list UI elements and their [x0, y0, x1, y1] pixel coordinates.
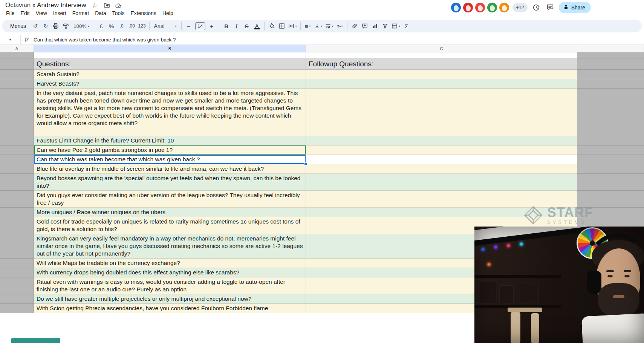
- italic-button[interactable]: I: [232, 21, 242, 31]
- cell-col-a[interactable]: [0, 52, 34, 58]
- undo-button[interactable]: ↺: [31, 21, 40, 31]
- collaborator-avatar[interactable]: [499, 3, 509, 12]
- share-button[interactable]: Share: [559, 2, 591, 13]
- cell-col-a[interactable]: [0, 277, 34, 294]
- cell-col-a[interactable]: [0, 217, 34, 234]
- menu-edit[interactable]: Edit: [18, 9, 33, 17]
- version-history-icon[interactable]: [531, 2, 542, 13]
- collaborator-avatar[interactable]: [463, 3, 473, 12]
- cell-col-b[interactable]: With currency drops being doubled does t…: [34, 268, 306, 277]
- cell-col-c[interactable]: [306, 145, 577, 155]
- redo-button[interactable]: ↻: [41, 21, 50, 31]
- insert-chart-button[interactable]: [370, 21, 380, 31]
- cell-col-b[interactable]: Will white Maps be tradable on the curre…: [34, 259, 306, 268]
- star-icon[interactable]: ☆: [91, 2, 98, 9]
- text-wrap-button[interactable]: ▾: [324, 21, 335, 31]
- decrease-font-size-button[interactable]: −: [184, 21, 194, 31]
- cell-col-b[interactable]: [34, 52, 306, 58]
- merge-cells-button[interactable]: ▾: [287, 21, 298, 31]
- format-percent-button[interactable]: %: [107, 21, 116, 31]
- cell-col-b[interactable]: With Scion getting Phrecia ascendancies,…: [34, 304, 306, 313]
- collaborator-overflow-badge[interactable]: +12: [512, 3, 527, 12]
- cell-col-c[interactable]: [306, 70, 577, 79]
- cell-col-a[interactable]: [0, 164, 34, 174]
- cell-col-a[interactable]: [0, 208, 34, 217]
- print-button[interactable]: [51, 21, 61, 31]
- zoom-control[interactable]: 100%▾: [71, 21, 92, 31]
- paint-format-button[interactable]: [61, 21, 71, 31]
- cell-col-c[interactable]: [306, 164, 577, 174]
- bold-button[interactable]: B: [222, 21, 231, 31]
- cell-col-a[interactable]: [0, 234, 34, 259]
- cell-col-b[interactable]: Do we still have greater multiple projec…: [34, 294, 306, 304]
- cell-col-b[interactable]: Ritual even with warnings is easy to mis…: [34, 277, 306, 294]
- cell-col-c[interactable]: [306, 155, 577, 164]
- menu-tools[interactable]: Tools: [109, 9, 128, 17]
- insert-link-button[interactable]: [350, 21, 359, 31]
- cell-col-a[interactable]: [0, 259, 34, 268]
- cell-col-a[interactable]: [0, 155, 34, 164]
- cell-col-b[interactable]: Kingsmarch can very easily feel mandator…: [34, 234, 306, 259]
- column-header-c[interactable]: C: [306, 45, 577, 52]
- cell-col-c[interactable]: [306, 52, 577, 58]
- move-folder-icon[interactable]: [103, 2, 110, 9]
- decrease-decimal-button[interactable]: .0: [117, 21, 127, 31]
- menu-help[interactable]: Help: [159, 9, 176, 17]
- more-formats-button[interactable]: 123: [137, 21, 147, 31]
- cell-col-a[interactable]: [0, 79, 34, 89]
- text-rotation-button[interactable]: A ▾: [335, 21, 345, 31]
- increase-font-size-button[interactable]: +: [207, 21, 217, 31]
- column-header-a[interactable]: A: [0, 45, 34, 52]
- cell-col-a[interactable]: [0, 145, 34, 155]
- cell-col-c[interactable]: [306, 89, 577, 136]
- collaborator-avatar[interactable]: [451, 3, 461, 12]
- cell-col-a[interactable]: [0, 304, 34, 313]
- insert-comment-button[interactable]: [360, 21, 370, 31]
- cell-col-a[interactable]: [0, 174, 34, 191]
- menu-extensions[interactable]: Extensions: [127, 9, 159, 17]
- cell-col-b[interactable]: Did you guys ever consider making an ube…: [34, 191, 306, 208]
- cell-col-c[interactable]: Followup Questions:: [306, 58, 577, 70]
- cell-col-c[interactable]: [306, 136, 577, 145]
- text-color-button[interactable]: A: [252, 21, 262, 31]
- selection-fill-handle[interactable]: [304, 162, 307, 165]
- cell-col-a[interactable]: [0, 294, 34, 304]
- cell-col-a[interactable]: [0, 70, 34, 79]
- cell-col-b[interactable]: In the very distant past, patch note num…: [34, 89, 306, 136]
- menu-data[interactable]: Data: [92, 9, 109, 17]
- increase-decimal-button[interactable]: .00: [127, 21, 137, 31]
- cell-col-b[interactable]: Questions:: [34, 58, 306, 70]
- cell-col-c[interactable]: [306, 191, 577, 208]
- cell-col-b[interactable]: Beyond bosses spawning are the 'special'…: [34, 174, 306, 191]
- functions-button[interactable]: Σ: [402, 21, 411, 31]
- create-filter-button[interactable]: [380, 21, 390, 31]
- cell-col-c[interactable]: [306, 208, 577, 217]
- cell-col-b[interactable]: More uniques / Race winner uniques on th…: [34, 208, 306, 217]
- menu-view[interactable]: View: [33, 9, 50, 17]
- cell-col-a[interactable]: [0, 191, 34, 208]
- document-title[interactable]: Octavian x Andrew Interview: [5, 2, 86, 9]
- formula-input[interactable]: Can that which was taken become that whi…: [34, 37, 176, 43]
- cell-col-b[interactable]: Harvest Beasts?: [34, 79, 306, 89]
- font-size-input[interactable]: 14: [195, 22, 205, 30]
- menus-button[interactable]: Menus: [6, 21, 30, 31]
- vertical-align-button[interactable]: ▾: [313, 21, 324, 31]
- borders-button[interactable]: [277, 21, 287, 31]
- cell-col-b[interactable]: Blue life ui overlay in the middle of sc…: [34, 164, 306, 174]
- cell-col-a[interactable]: [0, 136, 34, 145]
- format-currency-button[interactable]: £: [96, 21, 106, 31]
- comments-icon[interactable]: [545, 2, 555, 13]
- cell-col-b[interactable]: Can that which was taken become that whi…: [34, 155, 306, 164]
- collaborator-avatar[interactable]: [487, 3, 497, 12]
- cell-col-b[interactable]: Scarab Sustain?: [34, 70, 306, 79]
- menu-format[interactable]: Format: [69, 9, 92, 17]
- horizontal-align-button[interactable]: ≡▾: [303, 21, 313, 31]
- menu-insert[interactable]: Insert: [50, 9, 69, 17]
- cell-col-b[interactable]: Can we have Poe 2 gold gamba strongbox i…: [34, 145, 306, 155]
- cell-col-b[interactable]: Faustus Limit Change in the future? Curr…: [34, 136, 306, 145]
- cell-col-c[interactable]: [306, 79, 577, 89]
- cell-col-a[interactable]: [0, 58, 34, 70]
- menu-file[interactable]: File: [3, 9, 18, 17]
- filter-views-button[interactable]: ▾: [390, 21, 401, 31]
- collaborator-avatar[interactable]: [475, 3, 485, 12]
